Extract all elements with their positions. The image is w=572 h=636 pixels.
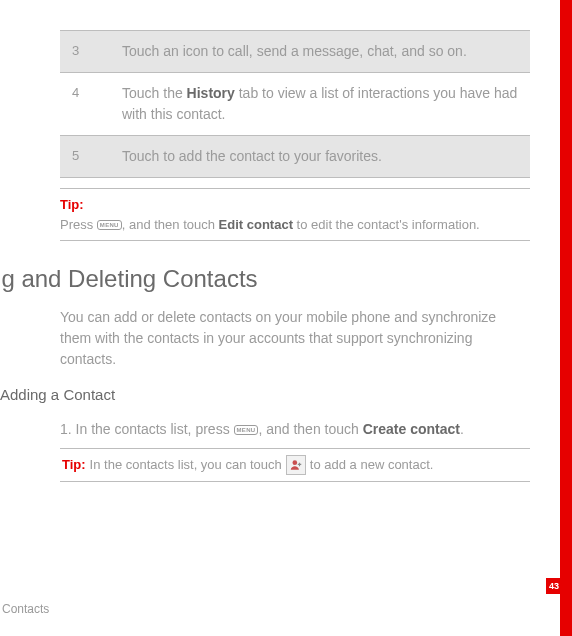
section-intro: You can add or delete contacts on your m…: [60, 307, 530, 370]
add-contact-icon: [286, 455, 306, 475]
step-number: 3: [60, 31, 110, 73]
steps-table: 3 Touch an icon to call, send a message,…: [60, 30, 530, 178]
footer-section-name: Contacts: [0, 600, 49, 618]
step-text: Touch to add the contact to your favorit…: [110, 136, 530, 178]
tip-text-pre: In the contacts list, you can touch: [90, 455, 282, 475]
step-1: 1. In the contacts list, press MENU, and…: [60, 419, 530, 440]
page-edge-bar: 43: [560, 0, 572, 636]
edge-bar-top: [560, 0, 572, 578]
step-number: 4: [60, 73, 110, 136]
tip-label: Tip:: [60, 195, 530, 215]
table-row: 3 Touch an icon to call, send a message,…: [60, 31, 530, 73]
table-row: 4 Touch the History tab to view a list o…: [60, 73, 530, 136]
tip-label: Tip:: [62, 455, 86, 475]
menu-icon: MENU: [234, 425, 259, 435]
tip-box: Tip: In the contacts list, you can touch…: [60, 448, 530, 482]
subsection-heading: Adding a Contact: [0, 384, 530, 407]
svg-point-0: [292, 460, 297, 465]
step-number: 5: [60, 136, 110, 178]
tip-box: Tip: Press MENU, and then touch Edit con…: [60, 188, 530, 241]
table-row: 5 Touch to add the contact to your favor…: [60, 136, 530, 178]
page-number: 43: [546, 578, 572, 594]
edge-bar-bottom: [560, 594, 572, 636]
step-text: Touch the History tab to view a list of …: [110, 73, 530, 136]
menu-icon: MENU: [97, 220, 122, 230]
section-heading: Adding and Deleting Contacts: [0, 261, 530, 297]
tip-text-post: to add a new contact.: [310, 455, 434, 475]
step-text: Touch an icon to call, send a message, c…: [110, 31, 530, 73]
tip-text: Press MENU, and then touch Edit contact …: [60, 215, 530, 235]
